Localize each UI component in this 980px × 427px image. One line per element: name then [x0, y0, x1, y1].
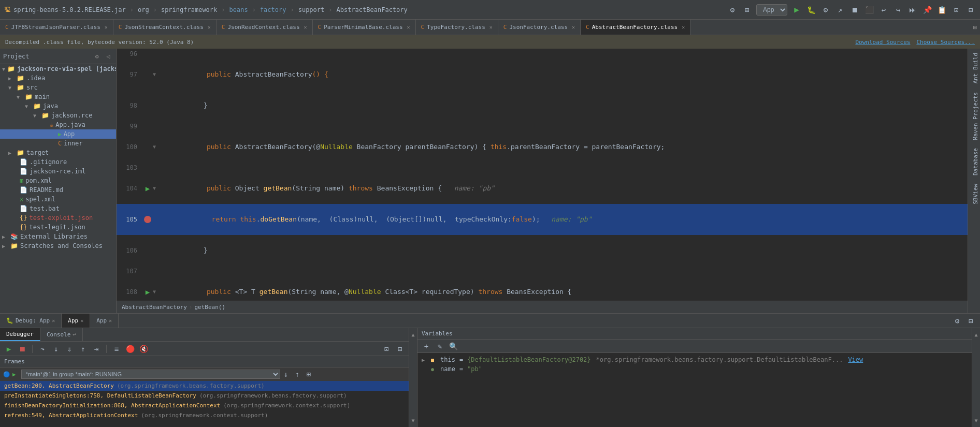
- panel-tab-sbview[interactable]: SBView: [968, 180, 980, 209]
- run-to-cursor-icon[interactable]: ⇥: [91, 343, 102, 355]
- tree-item-java[interactable]: ▼ 📁 java: [0, 101, 116, 111]
- toolbar-icon-2[interactable]: ↗: [835, 5, 845, 15]
- debug-tab-app-active[interactable]: App ✕: [62, 314, 90, 328]
- toolbar-icon-1[interactable]: ⚙: [820, 5, 831, 15]
- mute-icon[interactable]: 🔇: [138, 343, 149, 355]
- var-scroll-up[interactable]: ▲: [974, 330, 977, 339]
- debug-button[interactable]: 🐛: [806, 5, 816, 15]
- tree-item-pom[interactable]: m pom.xml: [0, 176, 116, 185]
- tree-item-src[interactable]: ▼ 📁 src: [0, 83, 116, 92]
- toolbar-grid-icon[interactable]: ⊞: [742, 5, 752, 15]
- var-toolbar-icon2[interactable]: ✎: [434, 341, 445, 352]
- tree-item-testbat[interactable]: 📄 test.bat: [0, 204, 116, 213]
- frame-row-0[interactable]: getBean:200, AbstractBeanFactory (org.sp…: [0, 381, 409, 391]
- breadcrumb-bar-abf[interactable]: AbstractBeanFactory: [122, 304, 187, 311]
- tab-close-pmb[interactable]: ✕: [407, 24, 410, 30]
- tab-close-jsc[interactable]: ✕: [208, 24, 211, 30]
- debug-tab-debug-app[interactable]: 🐛 Debug: App ✕: [0, 314, 62, 328]
- tab-close-tf[interactable]: ✕: [489, 24, 493, 30]
- debug-settings-icon[interactable]: ⚙: [952, 316, 962, 326]
- tree-item-iml[interactable]: 📄 jackson-rce.iml: [0, 167, 116, 176]
- toolbar-icon-5[interactable]: ↩: [878, 5, 889, 15]
- app-selector[interactable]: App: [756, 4, 787, 16]
- toolbar-icon-10[interactable]: ⊡: [951, 5, 961, 15]
- tree-item-main[interactable]: ▼ 📁 main: [0, 92, 116, 101]
- step-over-icon[interactable]: ↷: [37, 343, 48, 355]
- breakpoints-icon[interactable]: 🔴: [124, 343, 136, 355]
- toolbar-icon-6[interactable]: ↪: [893, 5, 903, 15]
- tree-item-gitignore[interactable]: 📄 .gitignore: [0, 157, 116, 167]
- tree-item-idea[interactable]: ▶ 📁 .idea: [0, 73, 116, 83]
- debug-close-3[interactable]: ✕: [109, 318, 112, 323]
- frame-row-1[interactable]: preInstantiateSingletons:758, DefaultLis…: [0, 391, 409, 401]
- debug-subtab-console[interactable]: Console ↩: [40, 328, 83, 341]
- breadcrumb-abstractbeanfactory[interactable]: AbstractBeanFactory: [337, 6, 408, 13]
- toolbar-icon-4[interactable]: ⬛: [864, 5, 874, 15]
- toolbar-icon-8[interactable]: 📌: [922, 5, 932, 15]
- tab-jsonstreamcontext[interactable]: C JsonStreamContext.class ✕: [113, 20, 217, 35]
- evaluate-icon[interactable]: ≡: [111, 343, 122, 355]
- panel-tab-antbuild[interactable]: Ant Build: [968, 49, 980, 88]
- debug-close-2[interactable]: ✕: [80, 318, 83, 323]
- debug-tab-app-2[interactable]: App ✕: [90, 314, 119, 328]
- var-row-this[interactable]: ▶ ■ this = {DefaultListableBeanFactory@2…: [417, 355, 972, 364]
- breadcrumb-beans[interactable]: beans: [229, 6, 248, 13]
- var-toolbar-icon3[interactable]: 🔍: [448, 341, 459, 352]
- breadcrumb-factory[interactable]: factory: [260, 6, 286, 13]
- tree-item-inner[interactable]: C inner: [0, 139, 116, 148]
- breakpoint-icon[interactable]: [144, 216, 151, 223]
- thread-down-icon[interactable]: ↓: [280, 369, 292, 380]
- tree-item-testexploit[interactable]: {} test-exploit.json: [0, 213, 116, 223]
- panel-tab-database[interactable]: Database: [968, 144, 980, 180]
- tree-item-external-libs[interactable]: ▶ 📚 External Libraries: [0, 232, 116, 241]
- tree-item-jacksonrce[interactable]: ▼ 📁 jackson.rce: [0, 111, 116, 120]
- tab-abstractbeanfactory[interactable]: C AbstractBeanFactory.class ✕: [581, 20, 690, 35]
- breadcrumb-support[interactable]: support: [298, 6, 325, 13]
- breadcrumb-org[interactable]: org: [138, 6, 149, 13]
- tree-item-app[interactable]: ▶ App: [0, 129, 116, 139]
- breadcrumb-bar-getbean[interactable]: getBean(): [194, 304, 225, 311]
- thread-up-icon[interactable]: ↑: [292, 369, 303, 380]
- tab-overflow-icon[interactable]: ⊞: [973, 24, 977, 31]
- thread-filter-icon[interactable]: ⊞: [303, 369, 314, 380]
- stop-icon[interactable]: ⏹: [17, 343, 28, 355]
- tab-close-jrc[interactable]: ✕: [304, 24, 307, 30]
- debug-close-1[interactable]: ✕: [52, 318, 55, 323]
- run-button[interactable]: ▶: [791, 5, 802, 15]
- download-sources-link[interactable]: Download Sources: [855, 39, 910, 46]
- tree-item-readme[interactable]: 📄 README.md: [0, 185, 116, 195]
- choose-sources-link[interactable]: Choose Sources...: [916, 39, 975, 46]
- frame-row-3[interactable]: refresh:549, AbstractApplicationContext …: [0, 410, 409, 420]
- tab-close-abf[interactable]: ✕: [682, 24, 685, 30]
- tree-item-testlegit[interactable]: {} test-legit.json: [0, 223, 116, 232]
- var-row-name[interactable]: ● name = "pb": [417, 364, 972, 374]
- tab-close-jtf8[interactable]: ✕: [105, 24, 108, 30]
- force-step-into-icon[interactable]: ⇓: [64, 343, 75, 355]
- tab-jtf8streamjsonparser[interactable]: C JTF8StreamJsonParser.class ✕: [0, 20, 113, 35]
- debug-subtab-debugger[interactable]: Debugger: [0, 328, 40, 341]
- var-scroll-down[interactable]: ▼: [974, 416, 977, 425]
- resume-icon[interactable]: ▶: [3, 343, 15, 355]
- code-editor[interactable]: 96 97 ▼ public AbstractBeanFactory() { 9…: [117, 49, 968, 301]
- step-out-icon[interactable]: ↑: [77, 343, 89, 355]
- tab-jsonfactory[interactable]: C JsonFactory.class ✕: [498, 20, 581, 35]
- var-toolbar-icon1[interactable]: +: [421, 341, 432, 352]
- thread-selector[interactable]: *main*@1 in group *main*: RUNNING: [21, 370, 280, 379]
- tree-item-target[interactable]: ▶ 📁 target: [0, 148, 116, 157]
- tab-close-jf[interactable]: ✕: [572, 24, 575, 30]
- minimize-icon[interactable]: ⊟: [394, 343, 406, 355]
- panel-tab-maven[interactable]: Maven Projects: [968, 88, 980, 144]
- breadcrumb-springframework[interactable]: springframework: [161, 6, 217, 13]
- toolbar-icon-11[interactable]: ⊟: [965, 5, 976, 15]
- toolbar-icon-7[interactable]: ⏭: [907, 5, 918, 15]
- sidebar-icon-gear[interactable]: ⚙: [92, 52, 102, 61]
- tab-jsonreadcontext[interactable]: C JsonReadContext.class ✕: [217, 20, 313, 35]
- toolbar-icon-9[interactable]: 📋: [936, 5, 947, 15]
- toolbar-icon-3[interactable]: ⏹: [849, 5, 860, 15]
- tree-item-appjava[interactable]: ☕ App.java: [0, 120, 116, 129]
- scroll-down-arrow[interactable]: ▼: [411, 416, 414, 425]
- var-view-this[interactable]: View: [848, 356, 863, 363]
- tree-item-root[interactable]: ▼ 📁 jackson-rce-via-spel [jackson: [0, 64, 116, 73]
- scroll-up-arrow[interactable]: ▲: [411, 330, 414, 339]
- toolbar-settings-icon[interactable]: ⚙: [727, 5, 738, 15]
